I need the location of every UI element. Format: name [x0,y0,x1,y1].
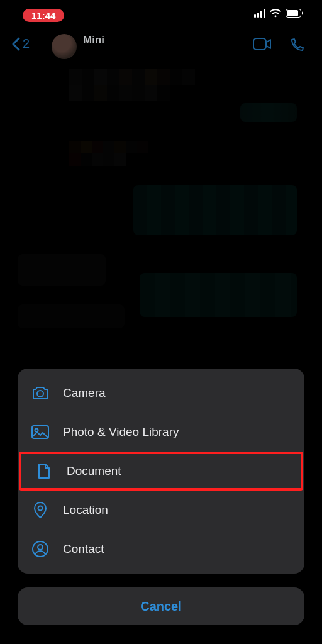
battery-icon [286,9,303,18]
chat-title[interactable]: Mini [83,34,104,47]
status-icons [254,9,303,18]
status-bar: 11:44 [0,0,322,28]
sheet-item-label: Camera [63,386,106,400]
svg-rect-1 [287,10,298,16]
svg-point-7 [38,506,43,511]
location-icon [31,501,49,519]
sheet-item-label: Contact [63,542,104,556]
sheet-item-label: Location [63,503,108,517]
document-icon [35,462,53,480]
cancel-button[interactable]: Cancel [18,587,304,625]
svg-point-9 [38,545,43,550]
sheet-item-contact[interactable]: Contact [18,530,304,569]
sheet-item-label: Document [67,464,121,478]
back-button[interactable]: 2 [11,36,30,51]
chevron-left-icon [11,37,20,51]
wifi-icon [270,9,281,18]
sheet-item-location[interactable]: Location [18,491,304,530]
sheet-item-camera[interactable]: Camera [18,374,304,413]
svg-rect-3 [253,38,266,50]
back-count: 2 [23,36,30,51]
action-sheet-menu: Camera Photo & Video Library Document [18,369,304,574]
svg-point-6 [35,429,38,432]
avatar[interactable] [52,34,77,59]
camera-icon [31,384,49,402]
video-call-icon[interactable] [253,38,272,53]
svg-point-4 [37,391,43,397]
contact-icon [31,540,49,558]
sheet-item-document[interactable]: Document [21,454,301,488]
svg-rect-2 [302,12,303,15]
photo-library-icon [31,423,49,441]
highlight-box: Document [19,452,303,491]
screen: 11:44 2 Mini [0,0,322,644]
signal-icon [254,9,265,18]
status-time: 11:44 [23,9,64,22]
cancel-label: Cancel [140,599,182,614]
sheet-item-label: Photo & Video Library [63,425,179,439]
sheet-item-library[interactable]: Photo & Video Library [18,413,304,452]
voice-call-icon[interactable] [289,38,304,53]
action-sheet: Camera Photo & Video Library Document [18,369,304,625]
chat-header: 2 Mini [0,28,322,65]
